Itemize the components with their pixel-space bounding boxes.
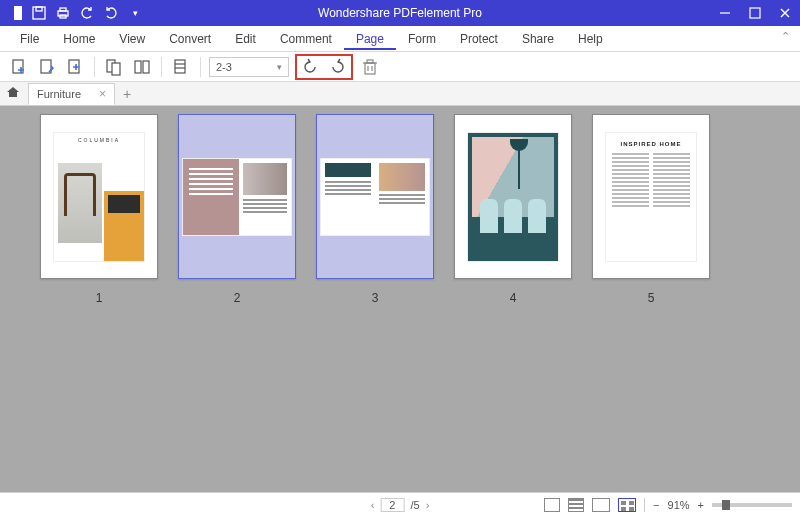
page-boxes-icon[interactable] — [170, 56, 192, 78]
zoom-slider[interactable] — [712, 503, 792, 507]
view-continuous-icon[interactable] — [568, 498, 584, 512]
document-tab-label: Furniture — [37, 88, 81, 100]
minimize-button[interactable] — [710, 0, 740, 26]
view-two-page-icon[interactable] — [592, 498, 610, 512]
collapse-ribbon-icon[interactable]: ⌃ — [781, 30, 790, 43]
menu-view[interactable]: View — [107, 28, 157, 50]
svg-rect-16 — [135, 61, 141, 73]
status-bar: ‹ 2 /5 › − 91% + — [0, 492, 800, 516]
page-number-label: 5 — [648, 291, 655, 305]
menu-page[interactable]: Page — [344, 28, 396, 50]
rotate-cw-button[interactable] — [327, 56, 349, 78]
page-current[interactable]: 2 — [380, 498, 404, 512]
menu-file[interactable]: File — [8, 28, 51, 50]
insert-blank-icon[interactable] — [36, 56, 58, 78]
new-tab-icon[interactable]: + — [123, 86, 131, 102]
page-range-value: 2-3 — [216, 61, 232, 73]
svg-rect-2 — [33, 7, 45, 19]
page-range-dropdown[interactable]: 2-3 ▾ — [209, 57, 289, 77]
delete-page-icon[interactable] — [359, 56, 381, 78]
svg-rect-5 — [60, 8, 66, 11]
svg-rect-25 — [367, 60, 373, 63]
document-tab[interactable]: Furniture × — [28, 83, 115, 105]
separator — [161, 57, 162, 77]
maximize-button[interactable] — [740, 0, 770, 26]
window-controls — [710, 0, 800, 26]
page-thumbnail[interactable]: 4 — [454, 114, 572, 305]
undo-icon[interactable] — [76, 2, 98, 24]
svg-rect-21 — [365, 63, 375, 74]
page-total: /5 — [410, 499, 419, 511]
split-page-icon[interactable] — [131, 56, 153, 78]
menu-protect[interactable]: Protect — [448, 28, 510, 50]
menu-form[interactable]: Form — [396, 28, 448, 50]
menu-home[interactable]: Home — [51, 28, 107, 50]
svg-rect-18 — [175, 60, 185, 73]
zoom-value: 91% — [668, 499, 690, 511]
title-bar: ▾ Wondershare PDFelement Pro — [0, 0, 800, 26]
page-number-label: 4 — [510, 291, 517, 305]
page-toolbar: 2-3 ▾ — [0, 52, 800, 82]
quick-access-toolbar: ▾ — [0, 2, 146, 24]
menu-bar: File Home View Convert Edit Comment Page… — [0, 26, 800, 52]
chevron-down-icon: ▾ — [277, 62, 282, 72]
rotate-group-highlight — [295, 54, 353, 80]
next-page-icon[interactable]: › — [426, 499, 430, 511]
page-navigator: ‹ 2 /5 › — [371, 498, 430, 512]
menu-edit[interactable]: Edit — [223, 28, 268, 50]
svg-rect-17 — [143, 61, 149, 73]
zoom-in-icon[interactable]: + — [698, 499, 704, 511]
menu-comment[interactable]: Comment — [268, 28, 344, 50]
page-number-label: 1 — [96, 291, 103, 305]
qat-customize-icon[interactable]: ▾ — [124, 2, 146, 24]
separator — [94, 57, 95, 77]
save-icon[interactable] — [28, 2, 50, 24]
zoom-out-icon[interactable]: − — [653, 499, 659, 511]
view-single-icon[interactable] — [544, 498, 560, 512]
print-icon[interactable] — [52, 2, 74, 24]
close-button[interactable] — [770, 0, 800, 26]
page-thumbnail[interactable]: 3 — [316, 114, 434, 305]
prev-page-icon[interactable]: ‹ — [371, 499, 375, 511]
tab-close-icon[interactable]: × — [99, 87, 106, 101]
page-thumbnail[interactable]: COLUMBIA 1 — [40, 114, 158, 305]
page1-heading: COLUMBIA — [54, 133, 144, 147]
page5-heading: INSPIRED HOME — [606, 133, 696, 151]
menu-convert[interactable]: Convert — [157, 28, 223, 50]
app-logo-icon — [4, 2, 26, 24]
page-number-label: 2 — [234, 291, 241, 305]
page-thumbnail[interactable]: 2 — [178, 114, 296, 305]
redo-icon[interactable] — [100, 2, 122, 24]
svg-rect-3 — [36, 7, 42, 11]
svg-rect-15 — [112, 63, 120, 75]
home-tab-icon[interactable] — [6, 85, 20, 102]
insert-page-icon[interactable] — [8, 56, 30, 78]
document-tabstrip: Furniture × + — [0, 82, 800, 106]
menu-share[interactable]: Share — [510, 28, 566, 50]
menu-help[interactable]: Help — [566, 28, 615, 50]
separator — [200, 57, 201, 77]
view-thumbnails-icon[interactable] — [618, 498, 636, 512]
page-number-label: 3 — [372, 291, 379, 305]
svg-rect-1 — [8, 6, 14, 20]
page-thumbnail-grid: COLUMBIA 1 2 3 4 — [0, 106, 800, 492]
rotate-ccw-button[interactable] — [299, 56, 321, 78]
svg-rect-8 — [750, 8, 760, 18]
page-thumbnail[interactable]: INSPIRED HOME 5 — [592, 114, 710, 305]
insert-from-icon[interactable] — [64, 56, 86, 78]
extract-page-icon[interactable] — [103, 56, 125, 78]
